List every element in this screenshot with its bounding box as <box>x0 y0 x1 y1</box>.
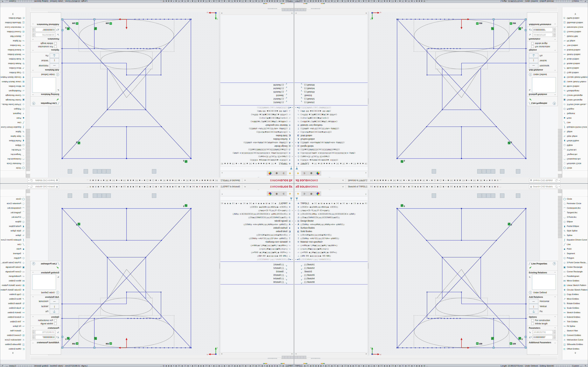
expand-arrow-icon[interactable]: ▸ <box>291 156 293 158</box>
view-tool-icon[interactable] <box>504 193 509 198</box>
expand-arrow-icon[interactable]: ▸ <box>295 107 297 108</box>
tool-item[interactable]: ⊐ Copy Entities <box>562 292 588 297</box>
view-tool-icon[interactable] <box>402 193 406 198</box>
expand-arrow-icon[interactable]: ▸ <box>295 224 297 225</box>
mdi-button-icon[interactable] <box>514 174 517 176</box>
view-tool-icon[interactable] <box>68 193 72 198</box>
view-tool-icon[interactable] <box>54 193 59 198</box>
command-tab[interactable] <box>26 203 30 207</box>
tree-row[interactable]: ▱ ○•◎✛○Ж◉|○◎○|◉Ж○✛◎•○ <box>220 247 294 250</box>
view-tool-icon[interactable] <box>520 169 525 174</box>
section-add-relations[interactable]: Add Relations ⌃ <box>529 69 556 71</box>
tool-item[interactable]: ◞ Sketch Fillet <box>0 328 26 333</box>
expand-arrow-icon[interactable]: ▸ <box>295 220 297 222</box>
view-tool-icon[interactable] <box>509 193 513 198</box>
command-tab[interactable] <box>26 136 30 139</box>
view-tool-icon[interactable] <box>115 193 120 198</box>
tool-item[interactable]: ↦ Stretch Entities <box>562 52 588 57</box>
tree-row[interactable]: ⚙ Material <not specified> <box>220 240 294 244</box>
tool-item[interactable]: ▪ Point <box>0 116 26 120</box>
tool-item[interactable]: ○ Ellipse <box>562 143 588 148</box>
tree-row[interactable]: ▱ ○✛Ŧ⅁⅁◦♟○Ж◉|○◎○|◉Ж○♟◦⅁⅁Ŧ✛○ <box>220 250 294 254</box>
tool-item[interactable]: ∩ Intersection Curve <box>0 25 26 30</box>
pin-icon[interactable]: ➤ <box>342 185 345 188</box>
tree-row[interactable]: ▸ ◷ ○ʎ♟◎✛Ξ5◦Ŧ○◎○Ŧ◦5Ξ✛◎♟ʎ○ <box>294 209 368 212</box>
tree-row[interactable]: ▸ ▰ʘ ○Ξ5ЗΞИΝΑU⁺○◎○⁺UΑΝИЗΞ5Ξ○ <box>220 258 294 261</box>
command-tab[interactable] <box>26 200 30 203</box>
constraint-markers[interactable]: 3 3 3 = 109 = 109 <box>65 22 187 163</box>
tool-item[interactable]: ╱ Line <box>0 120 26 125</box>
tree-row[interactable]: (-) Sketch4 <box>294 277 368 280</box>
command-tab[interactable] <box>558 189 562 192</box>
horizontal-icon[interactable]: — <box>50 63 59 68</box>
sketch-lines[interactable] <box>397 209 540 348</box>
tool-item[interactable]: ◡ 3 Point Arc <box>562 148 588 152</box>
bottom-tool-icon[interactable] <box>295 4 299 8</box>
expand-arrow-icon[interactable]: ▸ <box>291 259 293 260</box>
view-tool-icon[interactable] <box>459 193 463 198</box>
command-tab[interactable] <box>558 164 562 167</box>
tool-item[interactable]: ƒ Equation Driven Curve <box>562 125 588 130</box>
tree-row[interactable]: ◗ Surface Bodies <box>294 226 368 230</box>
search-input[interactable]: Search CAD Models <box>533 179 554 182</box>
collapse-icon[interactable]: ⌃ <box>32 49 34 51</box>
command-tab[interactable] <box>558 235 562 238</box>
tool-item[interactable]: ◡ 3 Point Arc <box>562 215 588 219</box>
tab-nav-icon[interactable] <box>288 8 291 11</box>
tool-item[interactable]: ∿ Spline <box>0 130 26 134</box>
command-tab[interactable] <box>558 160 562 164</box>
expand-arrow-icon[interactable]: ▸ <box>291 145 293 147</box>
command-tab[interactable] <box>26 153 30 157</box>
view-tool-icon[interactable] <box>514 193 516 198</box>
tree-row[interactable]: ⚙ Material <not specified> <box>294 123 368 127</box>
tree-row[interactable]: ◗ Surface Bodies <box>294 137 368 141</box>
tree-row[interactable]: ▸ ▰ʘ ○Ξ5ЗΞИΝΑU⁺○◎○⁺UΑΝИЗΞ5Ξ○ <box>220 106 294 109</box>
help-icon[interactable]: ? <box>553 262 556 265</box>
collapse-icon[interactable]: ⌃ <box>554 69 556 71</box>
view-tool-icon[interactable] <box>427 169 432 174</box>
tool-item[interactable]: ▱ Parallelogram <box>0 89 26 93</box>
tab-nav-icon[interactable] <box>285 356 287 359</box>
mdi-button-icon[interactable] <box>62 174 65 176</box>
mdi-button-icon[interactable] <box>54 174 57 176</box>
unit-system-selector[interactable]: Custom ▴ <box>572 0 581 2</box>
tool-item[interactable]: ⇥ Extend Entities <box>0 48 26 52</box>
command-tab[interactable] <box>26 150 30 153</box>
tool-item[interactable]: ❖ Circular Sketch Pattern <box>562 75 588 80</box>
tree-row[interactable] <box>220 82 294 83</box>
bottom-tool-icon[interactable] <box>317 360 320 364</box>
collapse-icon[interactable]: ⌃ <box>32 327 34 329</box>
bottom-tool-icon[interactable] <box>272 4 276 8</box>
length-field[interactable]: 10.88152731 <box>35 330 55 334</box>
view-tool-icon[interactable] <box>88 169 93 174</box>
command-tab[interactable] <box>558 221 562 224</box>
view-tool-icon[interactable] <box>134 193 138 198</box>
tree-row[interactable]: ◔ ○Ξ5♟◎Ξ5ИΝЗΞΞ5○◎○5ΞЗΞΝИ5Ξ◎♟5Ξ○ <box>294 216 368 219</box>
tool-item[interactable]: ⌒ Tangent Arc <box>562 152 588 157</box>
view-tool-icon[interactable] <box>111 193 115 198</box>
view-tool-icon[interactable] <box>482 169 486 174</box>
view-tool-icon[interactable] <box>147 169 152 174</box>
tool-item[interactable]: ⇲ Scale Entities <box>562 306 588 310</box>
command-tab[interactable] <box>558 171 562 174</box>
bottom-tool-icon[interactable] <box>308 4 312 8</box>
angle-field[interactable]: 0.00000000° <box>533 28 553 32</box>
view-tool-icon[interactable] <box>161 169 165 174</box>
view-tool-icon[interactable] <box>372 193 377 198</box>
tool-item[interactable]: ∩ Intersection Curve <box>562 337 588 342</box>
tool-item[interactable]: ⬡ Polygon <box>0 107 26 111</box>
add-relation-vertical[interactable]: | Vertical <box>32 58 59 63</box>
view-tool-icon[interactable] <box>491 193 495 198</box>
view-tool-icon[interactable] <box>168 193 172 198</box>
view-tool-icon[interactable] <box>464 193 468 198</box>
collapse-icon[interactable]: ⌃ <box>554 327 556 329</box>
view-tool-icon[interactable] <box>377 169 379 174</box>
bottom-tool-icon[interactable] <box>312 360 316 364</box>
unit-system-selector[interactable]: Custom ▴ <box>7 0 16 2</box>
spinner[interactable]: ▲▼ <box>553 335 556 339</box>
command-tab[interactable] <box>26 157 30 160</box>
tree-row[interactable]: (-) Sketch2 <box>220 266 294 270</box>
view-tool-icon[interactable] <box>423 169 427 174</box>
checkbox[interactable] <box>54 319 57 322</box>
filter-icon[interactable] <box>290 198 293 199</box>
